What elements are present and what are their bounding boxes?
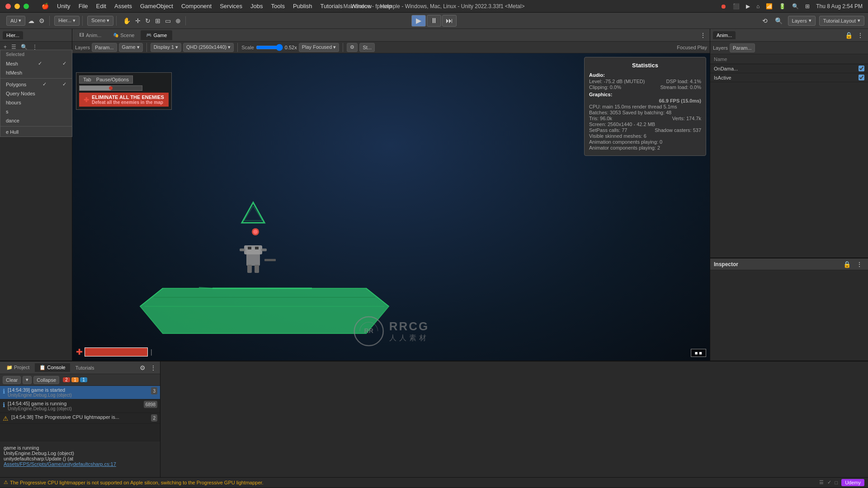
layers-dropdown[interactable]: Layers ▾ bbox=[788, 16, 816, 26]
inspector-options-btn[interactable]: ⋮ bbox=[854, 260, 864, 269]
edit-menu-item[interactable]: Edit bbox=[96, 3, 106, 9]
separator bbox=[146, 43, 147, 52]
udemy-button[interactable]: Udemy bbox=[841, 479, 864, 486]
tab-options-btn[interactable]: ⋮ bbox=[698, 31, 708, 40]
transform-tool[interactable]: ⊕ bbox=[174, 16, 183, 25]
scale-tool[interactable]: ⊞ bbox=[153, 16, 162, 25]
jobs-menu-item[interactable]: Jobs bbox=[250, 3, 263, 9]
console-panel: 📁 Project 📋 Console Tutorials ⚙ ⋮ Clear … bbox=[0, 361, 160, 477]
separator2 bbox=[237, 43, 238, 52]
scale-label: Scale bbox=[241, 45, 254, 50]
hierarchy-tab[interactable]: Hier... bbox=[3, 31, 23, 39]
apple-menu[interactable]: 🍎 bbox=[42, 3, 49, 9]
anim-lock-btn[interactable]: 🔒 bbox=[843, 31, 854, 40]
services-menu-item[interactable]: Services bbox=[220, 3, 242, 9]
console-more-btn[interactable]: ⋮ bbox=[148, 363, 158, 372]
scene-view-tab[interactable]: 🎭 Scene bbox=[108, 30, 140, 40]
cloud-button[interactable]: ☁ bbox=[26, 16, 36, 25]
detail-link[interactable]: Assets/FPS/Scripts/Game/unitydefaultcsha… bbox=[4, 461, 156, 467]
svg-rect-20 bbox=[264, 259, 276, 261]
hierarchy-button[interactable]: Hier... ▾ bbox=[54, 16, 80, 26]
file-menu-item[interactable]: File bbox=[79, 3, 88, 9]
ctx-item-htmesh[interactable]: htMesh bbox=[0, 68, 72, 77]
param-checkbox-isactive[interactable] bbox=[859, 75, 864, 80]
clear-dropdown[interactable]: ▾ bbox=[23, 376, 32, 384]
svg-rect-7 bbox=[255, 247, 259, 249]
anim-toolbar: Layers Param... bbox=[710, 42, 868, 54]
close-button[interactable] bbox=[5, 4, 11, 9]
console-tab[interactable]: 📋 Console bbox=[35, 363, 70, 372]
rotate-tool[interactable]: ↻ bbox=[143, 16, 152, 25]
param-item-ondamage: OnDama... bbox=[710, 64, 868, 73]
game-view-tab[interactable]: 🎮 Game bbox=[141, 30, 172, 40]
game-dropdown[interactable]: Game ▾ bbox=[119, 43, 143, 52]
build-menu-item[interactable]: Publish bbox=[293, 3, 312, 9]
health-bar bbox=[85, 347, 148, 357]
anim-options-btn[interactable]: ⋮ bbox=[855, 31, 865, 40]
gameobject-menu-item[interactable]: GameObject bbox=[140, 3, 173, 9]
hand-tool[interactable]: ✋ bbox=[121, 16, 132, 25]
gizmos-btn[interactable]: ⚙ bbox=[347, 43, 358, 52]
control-center-icon[interactable]: ⊞ bbox=[805, 3, 810, 9]
health-fill bbox=[85, 348, 147, 356]
assets-menu-item[interactable]: Assets bbox=[114, 3, 132, 9]
pause-button[interactable]: ⏸ bbox=[427, 15, 441, 27]
stats-fps-row: 66.9 FPS (15.0ms) bbox=[589, 98, 701, 103]
layout-dropdown[interactable]: Tutorial.Layout ▾ bbox=[819, 16, 864, 26]
rect-tool[interactable]: ▭ bbox=[163, 16, 173, 25]
display-dropdown[interactable]: Display 1 ▾ bbox=[151, 43, 181, 52]
search-icon[interactable]: 🔍 bbox=[792, 3, 799, 9]
knife-icon: | bbox=[151, 348, 152, 356]
console-item-2[interactable]: ⚠ [14:54:38] The Progressive CPU lightma… bbox=[0, 413, 160, 424]
param-checkbox-ondamage[interactable] bbox=[859, 66, 864, 71]
console-options-btn[interactable]: ⚙ bbox=[138, 363, 147, 372]
play-focused-dropdown[interactable]: Play Focused ▾ bbox=[299, 43, 340, 52]
stats-btn[interactable]: St... bbox=[359, 43, 375, 52]
inspector-lock-btn[interactable]: 🔒 bbox=[841, 260, 853, 269]
play-button[interactable]: ▶ bbox=[411, 15, 426, 27]
ctx-item-s[interactable]: s bbox=[0, 107, 72, 116]
ctx-item-hull[interactable]: e Hull bbox=[0, 127, 72, 136]
settings-icon[interactable]: ⚙ bbox=[37, 16, 47, 25]
params-button[interactable]: Param... bbox=[92, 43, 117, 52]
account-button[interactable]: AU ▾ bbox=[6, 16, 25, 26]
undo-history-icon[interactable]: ⟲ bbox=[760, 16, 769, 25]
animator-tab[interactable]: Anim... bbox=[713, 31, 736, 39]
status-icon-2: ✓ bbox=[827, 479, 831, 485]
step-button[interactable]: ⏭ bbox=[442, 15, 457, 27]
anim-view-tab[interactable]: 🎞 Anim... bbox=[74, 30, 107, 40]
ctx-item-dance[interactable]: dance bbox=[0, 116, 72, 125]
scene-button[interactable]: Scene ▾ bbox=[87, 16, 113, 26]
tools-menu-item[interactable]: Tools bbox=[271, 3, 285, 9]
collapse-button[interactable]: Collapse bbox=[33, 376, 59, 384]
ctx-item-hbours[interactable]: hbours bbox=[0, 98, 72, 107]
record-icon: ⏺ bbox=[720, 3, 726, 10]
resolution-dropdown[interactable]: QHD (2560x1440) ▾ bbox=[183, 43, 234, 52]
ctx-item-query-nodes[interactable]: Query Nodes bbox=[0, 89, 72, 98]
console-toolbar: Clear ▾ Collapse 2 1 1 bbox=[0, 374, 160, 386]
ammo-indicator: ■ ■ bbox=[691, 349, 706, 357]
ctx-item-mesh[interactable]: Mesh ✓ bbox=[0, 59, 72, 68]
layers-label-game: Layers bbox=[75, 45, 90, 50]
game-view[interactable]: Tab Pause/Options ✚ ELIMINATE ALL THE EN… bbox=[72, 53, 710, 361]
inspector-content bbox=[710, 270, 868, 361]
ctx-item-polygons[interactable]: Polygons ✓ bbox=[0, 80, 72, 89]
console-msg-2: [14:54:38] The Progressive CPU lightmapp… bbox=[11, 414, 148, 420]
console-item-0[interactable]: ℹ [14:54:39] game is started UnityEngine… bbox=[0, 386, 160, 399]
svg-rect-5 bbox=[244, 245, 262, 254]
minimize-button[interactable] bbox=[14, 4, 20, 9]
search-toolbar-icon[interactable]: 🔍 bbox=[773, 16, 784, 25]
tutorials-menu-item[interactable]: Tutorials bbox=[321, 3, 343, 9]
project-tab[interactable]: 📁 Project bbox=[2, 363, 34, 372]
tutorials-tab[interactable]: Tutorials bbox=[71, 364, 99, 372]
component-menu-item[interactable]: Component bbox=[181, 3, 212, 9]
move-tool[interactable]: ✛ bbox=[133, 16, 142, 25]
console-item-1[interactable]: ℹ [14:54:45] game is running UnityEngine… bbox=[0, 399, 160, 413]
maximize-button[interactable] bbox=[24, 4, 29, 9]
clear-button[interactable]: Clear bbox=[3, 376, 21, 384]
unity-menu-item[interactable]: Unity bbox=[57, 3, 71, 9]
scale-slider[interactable] bbox=[256, 44, 283, 51]
params-anim-btn[interactable]: Param... bbox=[730, 43, 755, 52]
warning-icon-status: ⚠ bbox=[4, 479, 8, 485]
stats-setpass-row: SetPass calls: 77 Shadow casters: 537 bbox=[589, 127, 701, 133]
